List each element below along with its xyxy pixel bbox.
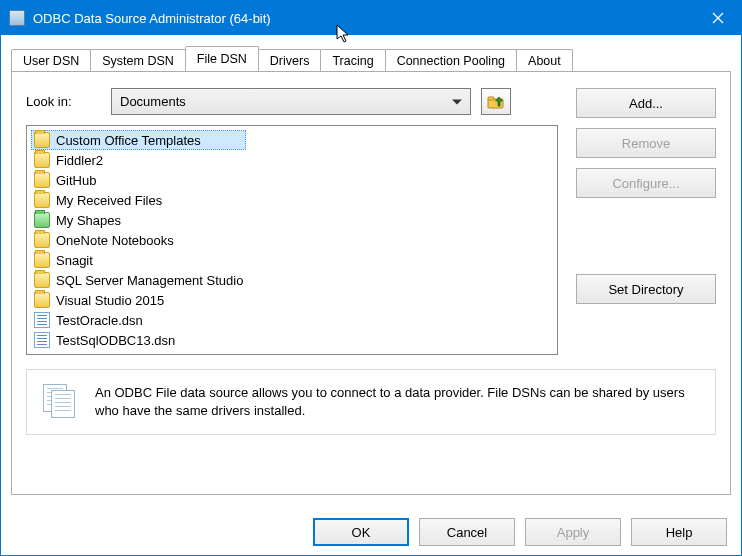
remove-button: Remove xyxy=(576,128,716,158)
file-item[interactable]: Visual Studio 2015 xyxy=(31,290,246,310)
tab-page-file-dsn: Look in: Documents Custom Offic xyxy=(11,71,731,495)
set-directory-button[interactable]: Set Directory xyxy=(576,274,716,304)
up-one-level-button[interactable] xyxy=(481,88,511,115)
file-item[interactable]: Custom Office Templates xyxy=(31,130,246,150)
add-button[interactable]: Add... xyxy=(576,88,716,118)
file-item[interactable]: My Shapes xyxy=(31,210,246,230)
description-text: An ODBC File data source allows you to c… xyxy=(95,384,699,420)
file-item-label: SQL Server Management Studio xyxy=(56,273,243,288)
cancel-button[interactable]: Cancel xyxy=(419,518,515,546)
file-item[interactable]: GitHub xyxy=(31,170,246,190)
folder-icon xyxy=(34,272,50,288)
file-item[interactable]: Fiddler2 xyxy=(31,150,246,170)
file-item-label: Visual Studio 2015 xyxy=(56,293,164,308)
folder-icon xyxy=(34,152,50,168)
actions-column: Add... Remove Configure... Set Directory xyxy=(576,88,716,304)
description-panel: An ODBC File data source allows you to c… xyxy=(26,369,716,435)
lookin-value: Documents xyxy=(120,94,186,109)
lookin-and-filebox: Look in: Documents Custom Offic xyxy=(26,88,558,355)
description-icon xyxy=(43,384,79,418)
file-item-label: Snagit xyxy=(56,253,93,268)
lookin-row: Look in: Documents xyxy=(26,88,558,115)
close-button[interactable] xyxy=(695,1,741,35)
file-item[interactable]: Snagit xyxy=(31,250,246,270)
tab-drivers[interactable]: Drivers xyxy=(258,49,322,72)
apply-button: Apply xyxy=(525,518,621,546)
file-item-label: Fiddler2 xyxy=(56,153,103,168)
folder-icon xyxy=(34,132,50,148)
file-item-label: TestOracle.dsn xyxy=(56,313,143,328)
tab-system-dsn[interactable]: System DSN xyxy=(90,49,186,72)
file-item[interactable]: TestSqlODBC13.dsn xyxy=(31,330,246,350)
folder-icon xyxy=(34,252,50,268)
lookin-label: Look in: xyxy=(26,94,101,109)
window-title: ODBC Data Source Administrator (64-bit) xyxy=(33,11,271,26)
folder-icon xyxy=(34,192,50,208)
ok-button[interactable]: OK xyxy=(313,518,409,546)
file-item-label: OneNote Notebooks xyxy=(56,233,174,248)
file-item[interactable]: My Received Files xyxy=(31,190,246,210)
client-area: User DSNSystem DSNFile DSNDriversTracing… xyxy=(1,35,741,509)
lookin-select[interactable]: Documents xyxy=(111,88,471,115)
file-item-label: My Received Files xyxy=(56,193,162,208)
folder-icon xyxy=(34,232,50,248)
titlebar: ODBC Data Source Administrator (64-bit) xyxy=(1,1,741,35)
tab-tracing[interactable]: Tracing xyxy=(320,49,385,72)
tab-file-dsn[interactable]: File DSN xyxy=(185,46,259,71)
file-item-label: Custom Office Templates xyxy=(56,133,201,148)
file-item-label: GitHub xyxy=(56,173,96,188)
file-listbox[interactable]: Custom Office TemplatesFiddler2GitHubMy … xyxy=(26,125,558,355)
dialog-button-bar: OK Cancel Apply Help xyxy=(1,509,741,555)
folder-green-icon xyxy=(34,212,50,228)
folder-icon xyxy=(34,292,50,308)
tab-bar: User DSNSystem DSNFile DSNDriversTracing… xyxy=(11,45,731,71)
window-root: ODBC Data Source Administrator (64-bit) … xyxy=(0,0,742,556)
file-item[interactable]: SQL Server Management Studio xyxy=(31,270,246,290)
dsn-file-icon xyxy=(34,332,50,348)
tab-connection-pooling[interactable]: Connection Pooling xyxy=(385,49,517,72)
file-item-label: My Shapes xyxy=(56,213,121,228)
file-item[interactable]: TestOracle.dsn xyxy=(31,310,246,330)
close-icon xyxy=(712,12,724,24)
help-button[interactable]: Help xyxy=(631,518,727,546)
top-area: Look in: Documents Custom Offic xyxy=(26,88,716,355)
file-item[interactable]: OneNote Notebooks xyxy=(31,230,246,250)
tab-about[interactable]: About xyxy=(516,49,573,72)
configure-button: Configure... xyxy=(576,168,716,198)
tab-user-dsn[interactable]: User DSN xyxy=(11,49,91,72)
dsn-file-icon xyxy=(34,312,50,328)
file-item-label: TestSqlODBC13.dsn xyxy=(56,333,175,348)
folder-up-icon xyxy=(487,94,505,110)
app-icon xyxy=(9,10,25,26)
svg-rect-3 xyxy=(488,97,494,100)
folder-icon xyxy=(34,172,50,188)
